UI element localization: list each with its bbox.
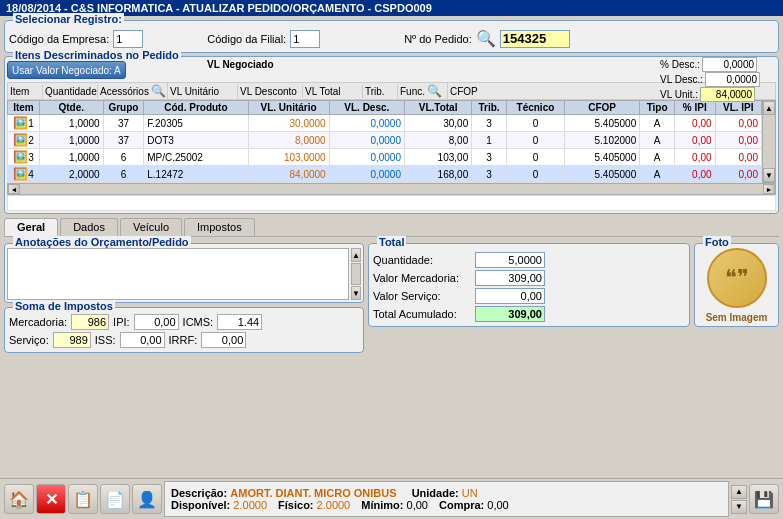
tabs-row: Geral Dados Veículo Impostos	[0, 216, 783, 236]
usar-valor-negociado-btn[interactable]: Usar Valor Negociado: A	[7, 61, 126, 79]
servico-input[interactable]	[53, 332, 91, 348]
nav-down[interactable]: ▼	[731, 500, 747, 514]
icms-label: ICMS:	[183, 316, 214, 328]
iss-label: ISS:	[95, 334, 116, 346]
total-label: Total	[377, 236, 406, 248]
scroll-down-btn[interactable]: ▼	[763, 168, 775, 182]
th-ipi: % IPI	[675, 101, 716, 115]
annot-scroll-down[interactable]: ▼	[351, 286, 361, 300]
filial-label: Código da Filial:	[207, 33, 286, 45]
annot-scroll-up[interactable]: ▲	[351, 248, 361, 262]
total-mercadoria-label: Valor Mercadoria:	[373, 272, 473, 284]
compra-label: Compra:	[439, 499, 484, 511]
empresa-input[interactable]	[113, 30, 143, 48]
tab-dados[interactable]: Dados	[60, 218, 118, 236]
col-quantidade: Quantidade	[43, 85, 98, 98]
disponivel-value: 2.0000	[233, 499, 267, 511]
col-vl-total: VL Total	[303, 85, 363, 98]
vertical-scrollbar[interactable]: ▲ ▼	[762, 100, 776, 183]
foto-label: Foto	[703, 236, 731, 248]
fisico-value: 2.0000	[317, 499, 351, 511]
empty-row	[7, 195, 776, 211]
descricao-label: Descrição:	[171, 487, 227, 499]
minimo-label: Mínimo:	[361, 499, 403, 511]
nav-up[interactable]: ▲	[731, 485, 747, 499]
finish-btn[interactable]: 💾	[749, 484, 779, 514]
nav-arrows[interactable]: ▲ ▼	[731, 485, 747, 514]
scroll-up-btn[interactable]: ▲	[763, 101, 775, 115]
mercadoria-input[interactable]	[71, 314, 109, 330]
mercadoria-label: Mercadoria:	[9, 316, 67, 328]
quote-icon: ❝❞	[725, 265, 749, 291]
foto-box: Foto ❝❞ Sem Imagem	[694, 243, 779, 327]
user-btn[interactable]: 👤	[132, 484, 162, 514]
page-btn[interactable]: 📄	[100, 484, 130, 514]
horizontal-scrollbar[interactable]: ◄ ►	[7, 183, 776, 195]
desc-info-box: Descrição: AMORT. DIANT. MICRO ONIBUS Un…	[164, 481, 729, 517]
home-btn[interactable]: 🏠	[4, 484, 34, 514]
disponivel-label: Disponível:	[171, 499, 230, 511]
sem-imagem-circle: ❝❞	[707, 248, 767, 308]
tab-impostos[interactable]: Impostos	[184, 218, 255, 236]
annot-scrollbar[interactable]: ▲ ▼	[351, 248, 361, 300]
sem-imagem-text: Sem Imagem	[706, 312, 768, 323]
col-vl-desconto: VL Desconto	[238, 85, 303, 98]
items-section: Itens Descriminados no Pedido Usar Valor…	[4, 56, 779, 214]
th-vl-total: VL.Total	[404, 101, 471, 115]
copy-btn[interactable]: 📋	[68, 484, 98, 514]
col-func: Func. 🔍	[398, 83, 448, 99]
col-item: Item	[8, 85, 43, 98]
vl-desc-label: VL Desc.:	[660, 74, 703, 85]
table-row: 🖼️2 1,0000 37 DOT3 8,0000 0,0000 8,00 1 …	[8, 132, 762, 149]
hscroll-track	[20, 184, 763, 194]
pedido-icon: 🔍	[476, 29, 496, 48]
ipi-input[interactable]	[134, 314, 179, 330]
iss-input[interactable]	[120, 332, 165, 348]
close-btn[interactable]: ✕	[36, 484, 66, 514]
unidade-value: UN	[462, 487, 478, 499]
soma-impostos-box: Soma de Impostos Mercadoria: IPI: ICMS: …	[4, 307, 364, 353]
pct-desc-label: % Desc.:	[660, 59, 700, 70]
table-row: 🖼️3 1,0000 6 MP/C.25002 103,0000 0,0000 …	[8, 149, 762, 166]
descricao-value: AMORT. DIANT. MICRO ONIBUS	[230, 487, 396, 499]
icms-input[interactable]	[217, 314, 262, 330]
fisico-label: Físico:	[278, 499, 313, 511]
total-quantidade-input[interactable]	[475, 252, 545, 268]
tab-veiculo[interactable]: Veículo	[120, 218, 182, 236]
vl-unit-input[interactable]	[700, 87, 755, 102]
total-quantidade-label: Quantidade:	[373, 254, 473, 266]
table-row: 🖼️1 1,0000 37 F.20305 30,0000 0,0000 30,…	[8, 115, 762, 132]
table-row: 🖼️4 2,0000 6 L.12472 84,0000 0,0000 168,…	[8, 166, 762, 183]
th-grupo: Grupo	[103, 101, 144, 115]
pedido-input[interactable]	[500, 30, 570, 48]
filial-input[interactable]	[290, 30, 320, 48]
irrf-input[interactable]	[201, 332, 246, 348]
pct-desc-input[interactable]	[702, 57, 757, 72]
th-tecnico: Técnico	[506, 101, 564, 115]
total-acumulado-label: Total Acumulado:	[373, 308, 473, 320]
hscroll-left-btn[interactable]: ◄	[8, 184, 20, 194]
tab-geral[interactable]: Geral	[4, 218, 58, 236]
total-mercadoria-input[interactable]	[475, 270, 545, 286]
unidade-label: Unidade:	[412, 487, 459, 499]
selecionar-label: Selecionar Registro:	[13, 13, 124, 25]
vl-desc-input[interactable]	[705, 72, 760, 87]
anotacoes-label: Anotações do Orçamento/Pedido	[13, 236, 191, 248]
th-vl-unit: VL. Unitário	[248, 101, 329, 115]
th-vl-ipi: VL. IPI	[715, 101, 761, 115]
anotacoes-textarea[interactable]	[7, 248, 349, 300]
col-vl-unitario: VL Unitário	[168, 85, 238, 98]
vl-neg-area: % Desc.: VL Desc.: VL Unit.:	[660, 57, 760, 102]
th-qtde: Qtde.	[39, 101, 103, 115]
ipi-label: IPI:	[113, 316, 130, 328]
th-vl-desc: VL. Desc.	[329, 101, 404, 115]
vl-negociado-label: VL Negociado	[207, 59, 274, 70]
hscroll-right-btn[interactable]: ►	[763, 184, 775, 194]
total-acumulado-input[interactable]	[475, 306, 545, 322]
table-scroll-area: Item Qtde. Grupo Cód. Produto VL. Unitár…	[7, 100, 762, 183]
bottom-right: Total Quantidade: Valor Mercadoria: Valo…	[368, 237, 779, 353]
minimo-value: 0,00	[407, 499, 428, 511]
th-trib: Trib.	[472, 101, 507, 115]
right-panels: Total Quantidade: Valor Mercadoria: Valo…	[368, 243, 779, 327]
total-servico-input[interactable]	[475, 288, 545, 304]
